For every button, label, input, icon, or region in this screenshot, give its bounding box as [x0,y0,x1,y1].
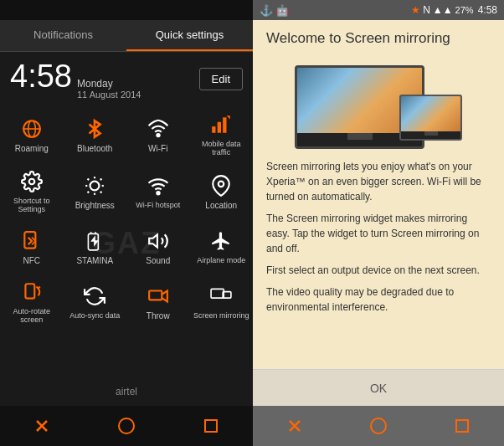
tv-small [399,95,462,141]
svg-rect-5 [218,122,221,133]
tv-large-stand [347,133,373,140]
edit-button[interactable]: Edit [199,68,243,90]
description-para-2: The Screen mirroring widget makes mirror… [266,211,491,256]
quick-item-bluetooth[interactable]: Bluetooth [64,106,127,163]
quick-item-throw[interactable]: Throw [126,274,190,331]
tab-notifications[interactable]: Notifications [0,20,126,51]
quick-item-auto-sync[interactable]: Auto-sync data [64,274,127,331]
throw-icon [147,285,170,308]
wifi-label: Wi-Fi [148,144,167,153]
recent-button[interactable] [201,416,221,436]
description-para-1: Screen mirroring lets you enjoy what's o… [266,159,491,204]
quick-item-mobile-data[interactable]: Mobile data traffic [190,106,254,163]
time-display: 4:58 [10,59,72,95]
ok-button[interactable]: OK [353,375,404,402]
quick-item-wifi[interactable]: Wi-Fi [126,106,190,163]
svg-marker-23 [149,234,157,247]
brightness-icon [83,174,106,197]
tabs-container: Notifications Quick settings [0,20,253,52]
nfc-icon [20,229,44,253]
right-back-button[interactable] [285,416,305,436]
right-recent-button[interactable] [452,416,472,436]
left-nav-bar [0,406,253,446]
bluetooth-icon [83,117,106,141]
left-panel: Notifications Quick settings 4:58 Monday… [0,0,253,446]
svg-rect-25 [149,290,162,300]
roaming-icon [20,117,44,141]
tab-quick-settings[interactable]: Quick settings [126,20,253,51]
svg-line-15 [88,191,90,192]
wifi-icon [147,117,170,141]
svg-point-8 [90,181,100,190]
mirror-icon [209,285,233,308]
quick-item-screen-mirror[interactable]: Screen mirroring [190,274,254,331]
hotspot-label: Wi-Fi hotspot [136,201,180,209]
svg-rect-4 [212,126,215,133]
sound-label: Sound [146,256,170,265]
quick-item-location[interactable]: Location [190,163,254,220]
svg-rect-24 [25,284,34,298]
right-panel: ⚓ 🤖 ★ N ▲▲ 27% 4:58 Welcome to Screen mi… [253,0,504,446]
stamina-icon [83,229,106,253]
airplane-label: Airplane mode [197,256,245,264]
auto-sync-label: Auto-sync data [69,311,120,320]
day-of-week: Monday [77,78,141,90]
svg-point-17 [157,192,159,194]
carrier-name: airtel [0,377,253,406]
nfc-status-icon: N [423,4,430,16]
quick-settings-grid: Roaming Bluetooth Wi-Fi Mobile data traf… [0,103,253,334]
bluetooth-label: Bluetooth [77,144,112,153]
quick-item-roaming[interactable]: Roaming [0,106,64,163]
date-display: 11 August 2014 [77,90,141,100]
right-content: Welcome to Screen mirroring Screen mirro… [253,20,504,369]
shortcut-label: Shortcut to Settings [3,197,60,213]
screen-mirror-illustration [266,57,491,149]
battery-text: 27% [455,5,474,15]
svg-rect-31 [205,420,217,432]
right-home-button[interactable] [368,416,388,436]
quick-item-hotspot[interactable]: Wi-Fi hotspot [126,163,190,220]
right-nav-bar [253,406,504,446]
status-left-icons: ⚓ 🤖 [260,4,289,17]
quick-item-airplane[interactable]: Airplane mode [190,220,254,274]
screen-mirror-label: Screen mirroring [193,311,249,320]
time-row: 4:58 Monday 11 August 2014 Edit [0,52,253,103]
tv-illustration [295,61,462,149]
mobile-data-icon [209,113,233,136]
android-icon: 🤖 [275,4,289,17]
quick-item-stamina[interactable]: STAMINA [64,220,127,274]
svg-rect-26 [211,289,224,298]
svg-line-16 [100,178,102,180]
rotate-icon [20,280,44,304]
time-right: 4:58 [478,4,497,16]
left-status-bar [0,0,253,20]
back-button[interactable] [32,416,52,436]
signal-icon: ▲▲ [433,4,453,16]
nfc-label: NFC [23,256,40,265]
usb-icon: ⚓ [260,4,273,17]
description-para-4: The video quality may be degraded due to… [266,285,491,315]
quick-item-auto-rotate[interactable]: Auto-rotate screen [0,274,64,331]
ok-button-bar: OK [253,369,504,406]
welcome-title: Welcome to Screen mirroring [266,30,491,47]
svg-line-12 [100,191,102,192]
quick-item-shortcut[interactable]: Shortcut to Settings [0,163,64,220]
airplane-icon [209,229,233,253]
svg-point-34 [371,418,386,433]
stamina-label: STAMINA [76,256,113,265]
hotspot-icon [147,174,170,197]
settings-icon [20,170,44,193]
location-icon [209,174,233,197]
home-button[interactable] [116,416,136,436]
quick-item-nfc[interactable]: NFC [0,220,64,274]
quick-item-brightness[interactable]: Brightness [64,163,127,220]
tv-small-screen [401,96,460,131]
quick-item-sound[interactable]: Sound [126,220,190,274]
description-para-3: First select an output device on the nex… [266,263,491,278]
throw-label: Throw [147,311,170,320]
svg-line-11 [88,178,90,180]
status-right-icons: ★ N ▲▲ 27% 4:58 [411,4,497,16]
svg-rect-6 [223,117,226,132]
bluetooth-status-icon: ★ [411,4,420,16]
roaming-label: Roaming [15,144,49,153]
